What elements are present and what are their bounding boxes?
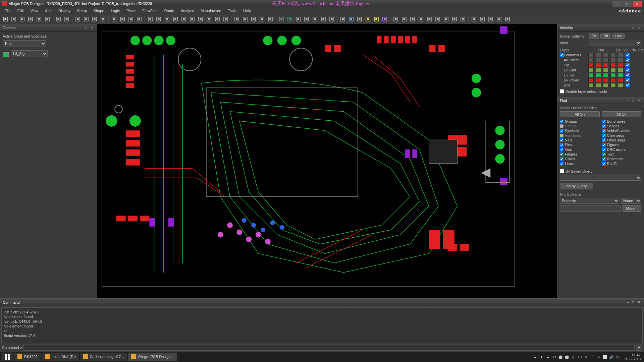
layer-swatch[interactable] xyxy=(603,68,608,72)
tray-icon[interactable]: ⬤ xyxy=(558,355,563,359)
layer-swatch[interactable] xyxy=(596,58,601,62)
layer-all-cb[interactable] xyxy=(626,78,630,82)
panel-minimize-icon[interactable]: – xyxy=(625,98,630,103)
col-plar[interactable]: Plar xyxy=(587,48,615,52)
dehilite-button[interactable] xyxy=(63,15,71,23)
layer-swatch[interactable] xyxy=(610,53,616,57)
find-nets[interactable]: Nets xyxy=(560,138,599,142)
menu-display[interactable]: Display xyxy=(55,8,74,13)
undo-button[interactable] xyxy=(35,15,43,23)
tray-icon[interactable]: ⬜ xyxy=(603,355,607,359)
panel-restore-icon[interactable]: □ xyxy=(631,98,636,103)
col-via[interactable]: Via xyxy=(622,48,630,52)
array-button[interactable] xyxy=(135,15,143,23)
find-checkbox[interactable] xyxy=(560,157,564,161)
circle-button[interactable] xyxy=(409,15,417,23)
wave3-button[interactable] xyxy=(487,15,495,23)
wave2-button[interactable] xyxy=(478,15,486,23)
find-checkbox[interactable] xyxy=(602,162,606,166)
wave4-button[interactable] xyxy=(495,15,503,23)
world-button[interactable] xyxy=(286,15,294,23)
place-button[interactable] xyxy=(118,15,126,23)
panel-close-icon[interactable]: ✕ xyxy=(637,300,641,305)
menu-edit[interactable]: Edit xyxy=(14,8,27,13)
find-text[interactable]: Text xyxy=(602,152,642,156)
class-select[interactable]: Etch xyxy=(3,40,46,47)
layer-all-cb[interactable] xyxy=(626,73,630,77)
xhatch-button[interactable] xyxy=(450,15,459,23)
panel-restore-icon[interactable]: □ xyxy=(631,300,636,305)
tray-icon[interactable]: ⬤ xyxy=(565,355,569,359)
panel-restore-icon[interactable]: □ xyxy=(631,25,636,30)
find-clines[interactable]: Clines xyxy=(560,157,599,161)
redo-button[interactable] xyxy=(43,15,51,23)
find-checkbox[interactable] xyxy=(602,157,606,161)
task-rk[interactable]: RK3229 xyxy=(14,353,41,361)
global-last-button[interactable]: Last xyxy=(612,34,625,39)
layer-swatch[interactable] xyxy=(603,83,608,87)
all-off-button[interactable]: All Off xyxy=(602,111,642,117)
layer-button[interactable] xyxy=(294,15,302,23)
zoom-fit-button[interactable] xyxy=(250,15,258,23)
menu-setup[interactable]: Setup xyxy=(74,8,90,13)
find-checkbox[interactable] xyxy=(560,138,564,142)
find-checkbox[interactable] xyxy=(602,134,606,137)
more-button[interactable]: More... xyxy=(623,205,641,212)
find-pins[interactable]: Pins xyxy=(560,143,599,147)
poly-button[interactable] xyxy=(392,15,400,23)
delete-button[interactable] xyxy=(26,15,35,23)
menu-logic[interactable]: Logic xyxy=(108,8,123,13)
layer-swatch[interactable] xyxy=(618,63,623,67)
layer-swatch[interactable] xyxy=(596,53,601,57)
chip-button[interactable] xyxy=(110,15,118,23)
find-checkbox[interactable] xyxy=(602,138,606,142)
menu-tools[interactable]: Tools xyxy=(224,8,240,13)
zoom-in-button[interactable] xyxy=(233,15,241,23)
layer-swatch[interactable] xyxy=(603,78,608,82)
slide-button[interactable] xyxy=(171,15,179,23)
tray-icon[interactable]: 中 xyxy=(615,355,620,359)
property-select[interactable]: Property xyxy=(560,198,619,204)
layer-cb[interactable] xyxy=(560,53,564,57)
col-drc[interactable]: Drc xyxy=(637,48,644,52)
layer-swatch[interactable] xyxy=(596,63,601,67)
find-shapes[interactable]: Shapes xyxy=(602,124,642,128)
find-voidscavities[interactable]: Voids/Cavities xyxy=(602,129,642,133)
enable-layer-select-checkbox[interactable] xyxy=(560,89,564,94)
layer-all-cb[interactable] xyxy=(626,53,630,57)
fanout-button[interactable] xyxy=(197,15,205,23)
layer-swatch[interactable] xyxy=(618,78,623,82)
by-saved-query-checkbox[interactable] xyxy=(560,169,564,173)
task-localdiskd[interactable]: Local Disk (D:) xyxy=(42,353,79,361)
layer-swatch[interactable] xyxy=(603,58,608,62)
wave1-button[interactable] xyxy=(470,15,478,23)
wand-button[interactable] xyxy=(381,15,389,23)
saved-query-select[interactable] xyxy=(560,175,641,181)
command-input[interactable] xyxy=(23,345,635,351)
mask-button[interactable] xyxy=(425,15,433,23)
paste-button[interactable] xyxy=(18,15,26,23)
tray-icon[interactable]: ★ xyxy=(539,355,544,359)
menu-analyze[interactable]: Analyze xyxy=(177,8,197,13)
global-off-button[interactable]: Off xyxy=(600,34,611,39)
task-allegropcbdesign[interactable]: Allegro PCB Design... xyxy=(128,353,177,361)
layer-swatch[interactable] xyxy=(610,73,616,77)
doc-button[interactable] xyxy=(311,15,319,23)
panel-minimize-icon[interactable]: – xyxy=(625,300,630,305)
eye-button[interactable] xyxy=(339,15,347,23)
find-ratts[interactable]: Rat Ts xyxy=(602,162,642,166)
find-ratsnests[interactable]: Ratsnests xyxy=(602,157,642,161)
close-button[interactable]: ✕ xyxy=(633,1,642,7)
menu-add[interactable]: Add xyxy=(42,8,55,13)
zoom-prev-button[interactable] xyxy=(266,15,274,23)
find-by-query-button[interactable]: Find by Query... xyxy=(560,183,593,189)
find-checkbox[interactable] xyxy=(560,162,564,166)
panel-close-icon[interactable]: ✕ xyxy=(90,25,94,30)
layer-all-cb[interactable] xyxy=(626,63,630,67)
maximize-button[interactable]: □ xyxy=(623,1,632,7)
tray-icon[interactable]: || xyxy=(571,355,576,359)
find-checkbox[interactable] xyxy=(602,153,606,156)
menu-file[interactable]: File xyxy=(1,8,14,13)
tray-icon[interactable]: ⚙ xyxy=(584,355,588,359)
shape-button[interactable] xyxy=(400,15,408,23)
